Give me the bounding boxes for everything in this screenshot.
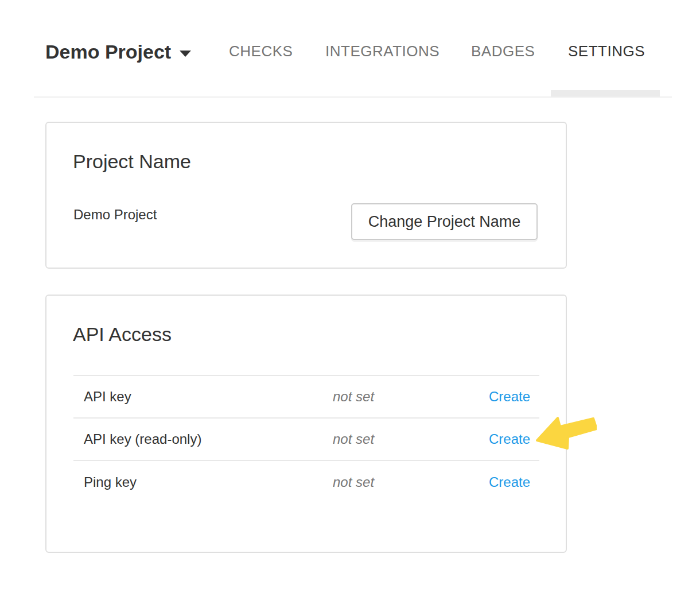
project-switcher-dropdown[interactable]: Demo Project (45, 39, 191, 64)
api-keys-table: API key not set Create API key (read-onl… (73, 375, 539, 503)
ping-key-value: not set (333, 460, 481, 503)
table-row-api-key: API key not set Create (73, 375, 539, 418)
api-key-label: API key (73, 375, 333, 418)
table-row-api-key-read-only: API key (read-only) not set Create (73, 418, 539, 460)
project-switcher-label: Demo Project (45, 41, 171, 63)
tab-integrations[interactable]: INTEGRATIONS (325, 42, 440, 60)
api-access-card: API Access API key not set Create API ke… (45, 295, 567, 553)
project-name-card-title: Project Name (73, 150, 566, 173)
api-key-read-only-value: not set (333, 418, 481, 460)
tab-settings[interactable]: SETTINGS (568, 42, 645, 60)
table-row-ping-key: Ping key not set Create (73, 460, 539, 503)
api-key-value: not set (333, 375, 481, 418)
project-name-card: Project Name Demo Project Change Project… (45, 122, 567, 269)
create-api-key-link[interactable]: Create (489, 389, 530, 404)
create-ping-key-link[interactable]: Create (489, 474, 530, 490)
create-api-key-read-only-link[interactable]: Create (489, 431, 530, 447)
header-divider (34, 96, 672, 98)
ping-key-label: Ping key (73, 460, 333, 503)
api-access-card-title: API Access (73, 323, 566, 346)
current-project-name: Demo Project (73, 207, 157, 223)
change-project-name-button[interactable]: Change Project Name (351, 203, 538, 240)
caret-down-icon (180, 51, 191, 57)
tab-badges[interactable]: BADGES (471, 42, 535, 60)
api-key-read-only-label: API key (read-only) (73, 418, 333, 460)
tab-checks[interactable]: CHECKS (229, 42, 293, 60)
settings-page: Demo Project CHECKS INTEGRATIONS BADGES … (0, 0, 700, 608)
